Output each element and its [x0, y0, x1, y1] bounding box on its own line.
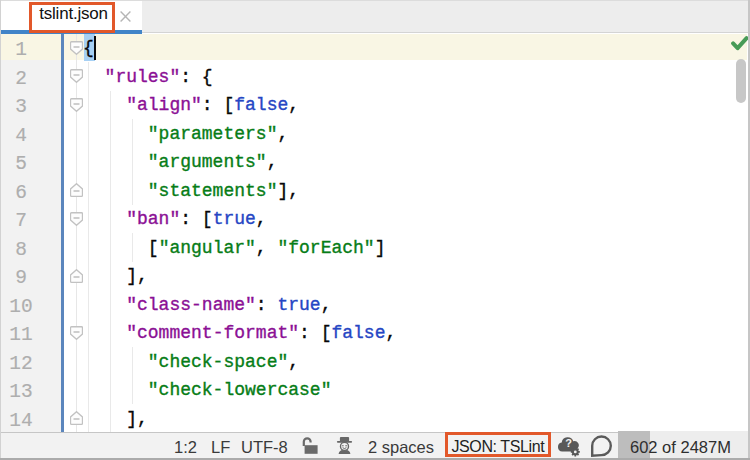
svg-text:?: ? [565, 436, 572, 448]
